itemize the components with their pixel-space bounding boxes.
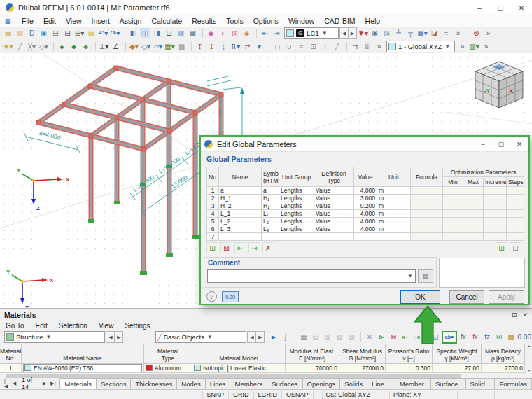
- navigation-cube[interactable]: [475, 62, 523, 108]
- cell-name[interactable]: L_2: [219, 218, 262, 225]
- insert-down-icon[interactable]: ⇥: [272, 28, 282, 38]
- cell-unit[interactable]: m: [377, 202, 411, 210]
- toolbar-separator[interactable]: [52, 42, 54, 51]
- cell-min[interactable]: [443, 195, 463, 202]
- dice-view-icon[interactable]: ⊡: [308, 41, 318, 52]
- cell-name[interactable]: a: [219, 187, 262, 195]
- cell-unit[interactable]: m: [377, 218, 411, 225]
- menu-item[interactable]: Tools: [221, 16, 248, 26]
- cell-steps[interactable]: [507, 210, 524, 218]
- cell-unit-group[interactable]: Lengths: [279, 202, 314, 210]
- parameter-row[interactable]: 2 H_1 H₁ Lengths Value 3.000 m: [207, 195, 524, 202]
- cell-unit[interactable]: [377, 233, 411, 241]
- close-icon[interactable]: ✕: [511, 0, 532, 15]
- cell-definition-type[interactable]: Value: [314, 210, 354, 218]
- insert-row-icon[interactable]: ⇤: [400, 332, 410, 342]
- materials-menu-item[interactable]: Edit: [30, 322, 53, 330]
- material-type-cell[interactable]: Aluminum: [144, 364, 192, 372]
- minimize-icon[interactable]: –: [469, 0, 490, 15]
- export-excel-icon[interactable]: ⊟: [510, 242, 522, 253]
- move-parameter-icon[interactable]: ⇥: [248, 242, 260, 253]
- table-copy-icon[interactable]: ▥: [322, 332, 332, 342]
- snap-toggle[interactable]: GRID: [228, 391, 253, 399]
- zoom-clear-icon[interactable]: ⊗: [471, 28, 482, 38]
- navigator-stepper[interactable]: ◀▶: [106, 331, 123, 343]
- cell-definition-type[interactable]: Value: [314, 195, 354, 202]
- table-new-icon[interactable]: ▤: [310, 332, 321, 342]
- close-panel-icon[interactable]: ✕: [522, 312, 528, 318]
- import-table-icon[interactable]: ▩: [506, 332, 517, 342]
- select-curve-icon[interactable]: ∫: [280, 332, 290, 342]
- cell-definition-type[interactable]: [314, 233, 354, 241]
- navigator-combo[interactable]: Structure ▼: [4, 331, 105, 343]
- float-panel-icon[interactable]: ⊡: [512, 312, 517, 318]
- snap-toggle[interactable]: OSNAP: [281, 391, 314, 399]
- prev-page-icon[interactable]: ◀: [11, 381, 18, 386]
- cell-min[interactable]: [443, 218, 463, 225]
- tree-pin-icon[interactable]: ♣: [80, 41, 91, 52]
- cell-formula[interactable]: [411, 195, 443, 202]
- menu-item[interactable]: Assign: [115, 16, 147, 26]
- first-page-icon[interactable]: |◀: [3, 379, 10, 389]
- cell-value[interactable]: 3.000: [354, 195, 377, 202]
- new-model-icon[interactable]: ▤: [3, 28, 13, 38]
- cell-formula[interactable]: [411, 225, 443, 233]
- next-page-icon[interactable]: ▶: [41, 381, 48, 386]
- materials-menu-item[interactable]: Selection: [53, 322, 93, 330]
- cell-value[interactable]: 4.000: [354, 218, 377, 225]
- nav-tree-icon[interactable]: ♠: [57, 41, 67, 52]
- dim-angle-icon[interactable]: ∠: [111, 41, 121, 52]
- hinge-icon[interactable]: ↥: [206, 41, 217, 52]
- cell-symbol[interactable]: a: [262, 187, 279, 195]
- cell-name[interactable]: L_3: [219, 225, 262, 233]
- cell-symbol[interactable]: H₂: [262, 202, 279, 210]
- cell-unit-group[interactable]: [279, 233, 314, 241]
- units-settings-icon[interactable]: 0.00: [518, 332, 531, 342]
- cell-steps[interactable]: [507, 187, 524, 195]
- shear-modulus-cell[interactable]: 27000.0: [340, 364, 386, 372]
- toolbar-separator[interactable]: [201, 29, 203, 38]
- cell-min[interactable]: [443, 210, 463, 218]
- render-mode-icon[interactable]: ▨▾: [469, 41, 479, 52]
- menu-item[interactable]: CAD-BIM: [319, 16, 360, 26]
- arc-tool-icon[interactable]: ⊓: [272, 41, 283, 52]
- cell-unit-group[interactable]: Lengths: [279, 225, 314, 233]
- category-combo[interactable]: ╱ Basic Objects ▼: [155, 331, 246, 343]
- cell-symbol[interactable]: H₁: [262, 195, 279, 202]
- filter-loads-icon[interactable]: ▼▾: [358, 28, 368, 38]
- cell-min[interactable]: [443, 202, 463, 210]
- cell-formula[interactable]: [411, 218, 443, 225]
- menu-item[interactable]: Calculate: [146, 16, 187, 26]
- delete-all-parameters-icon[interactable]: ✗: [262, 242, 274, 253]
- model-sync-icon[interactable]: ◉: [38, 28, 49, 38]
- menu-item[interactable]: View: [61, 16, 87, 26]
- menu-item[interactable]: File: [17, 16, 38, 26]
- cell-symbol[interactable]: [262, 233, 279, 241]
- dlubal-center-icon[interactable]: D: [27, 28, 37, 38]
- mini-table-icon[interactable]: ▦: [188, 28, 198, 38]
- toolbar-separator[interactable]: [190, 42, 192, 51]
- excel-icon[interactable]: ⊞: [494, 332, 505, 342]
- cell-steps[interactable]: [507, 225, 524, 233]
- panel-table-icon[interactable]: ◫: [140, 28, 150, 38]
- grid-table-icon[interactable]: ▦▾: [417, 28, 428, 38]
- cell-name[interactable]: H_1: [219, 195, 262, 202]
- dialog-close-icon[interactable]: ✕: [510, 136, 528, 151]
- cancel-button[interactable]: Cancel: [449, 290, 484, 304]
- align-icon[interactable]: ⇉: [350, 41, 360, 52]
- cell-value[interactable]: 4.000: [354, 210, 377, 218]
- cell-max[interactable]: [463, 218, 484, 225]
- cell-max[interactable]: [463, 225, 484, 233]
- save-icon[interactable]: ⊟: [62, 28, 73, 38]
- new-solid-icon[interactable]: ◆▾: [129, 41, 139, 52]
- tree-nodes-icon[interactable]: ♣: [69, 41, 79, 52]
- import-excel-icon[interactable]: ⊞: [496, 242, 507, 253]
- slope-tool-icon[interactable]: ╱: [332, 41, 342, 52]
- distribute-icon[interactable]: ⇊: [362, 41, 372, 52]
- load-case-combo[interactable]: G LC1 ▼: [284, 27, 339, 39]
- delete-parameter-icon[interactable]: ⊠: [220, 242, 232, 253]
- cell-increment[interactable]: [484, 187, 507, 195]
- ok-button[interactable]: OK: [400, 290, 440, 304]
- renumber-icon[interactable]: ⇅▾: [230, 41, 241, 52]
- help-icon[interactable]: ?: [206, 291, 217, 302]
